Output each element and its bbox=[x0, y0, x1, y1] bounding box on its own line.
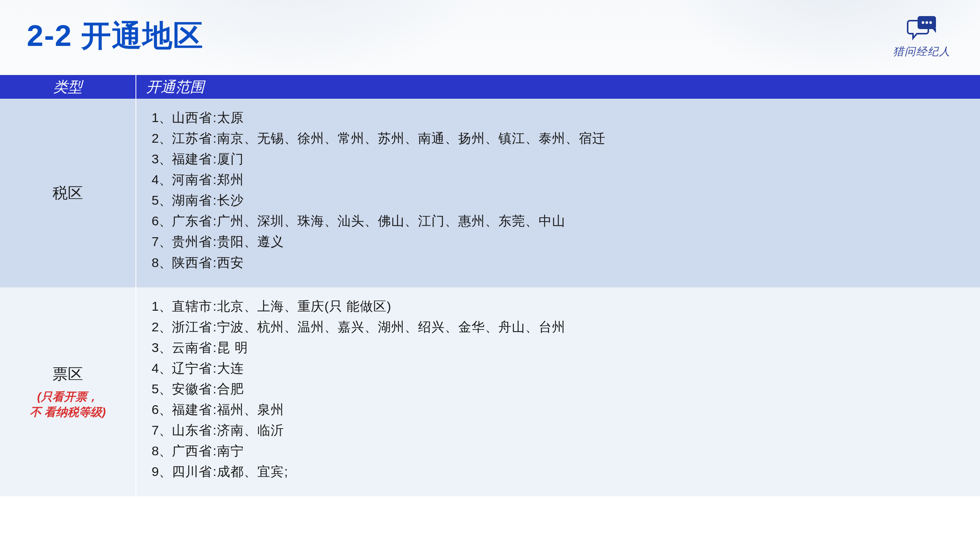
colon: : bbox=[213, 443, 216, 458]
list-item: 浙江省: 宁波、杭州、温州、嘉兴、湖州、绍兴、金华、舟山、台州 bbox=[152, 320, 965, 334]
list-item: 云南省: 昆 明 bbox=[152, 340, 965, 355]
table-header: 类型 开通范围 bbox=[0, 75, 980, 99]
list-item: 广西省: 南宁 bbox=[152, 443, 965, 458]
list-item: 安徽省: 合肥 bbox=[152, 381, 965, 396]
brand-label: 猎问经纪人 bbox=[884, 44, 960, 59]
list-item: 贵州省: 贵阳、遵义 bbox=[152, 234, 965, 249]
svg-point-3 bbox=[929, 21, 932, 24]
province-label: 直辖市 bbox=[172, 299, 212, 313]
colon: : bbox=[213, 402, 216, 417]
subnote-line: 不 看纳税等级) bbox=[30, 404, 106, 420]
cities-label: 北京、上海、重庆(只 能做区) bbox=[217, 299, 391, 313]
colon: : bbox=[213, 464, 216, 479]
province-label: 云南省 bbox=[172, 340, 212, 355]
list-item: 江苏省: 南京、无锡、徐州、常州、苏州、南通、扬州、镇江、泰州、宿迁 bbox=[152, 131, 965, 145]
province-label: 山西省 bbox=[172, 110, 212, 125]
bill-list: 直辖市: 北京、上海、重庆(只 能做区)浙江省: 宁波、杭州、温州、嘉兴、湖州、… bbox=[152, 299, 965, 479]
subnote-line: (只看开票， bbox=[30, 389, 106, 405]
list-item: 四川省: 成都、宜宾; bbox=[152, 464, 965, 479]
cities-label: 西安 bbox=[217, 255, 244, 270]
cell-scope-bill: 直辖市: 北京、上海、重庆(只 能做区)浙江省: 宁波、杭州、温州、嘉兴、湖州、… bbox=[136, 287, 980, 497]
province-label: 河南省 bbox=[172, 172, 212, 187]
table-row-bill: 票区 (只看开票， 不 看纳税等级) 直辖市: 北京、上海、重庆(只 能做区)浙… bbox=[0, 287, 980, 497]
list-item: 直辖市: 北京、上海、重庆(只 能做区) bbox=[152, 299, 965, 313]
cities-label: 厦门 bbox=[217, 152, 244, 166]
table-body: 税区 山西省: 太原江苏省: 南京、无锡、徐州、常州、苏州、南通、扬州、镇江、泰… bbox=[0, 99, 980, 496]
list-item: 广东省: 广州、深圳、珠海、汕头、佛山、江门、惠州、东莞、中山 bbox=[152, 214, 965, 228]
province-label: 四川省 bbox=[172, 464, 212, 479]
regions-table: 类型 开通范围 税区 山西省: 太原江苏省: 南京、无锡、徐州、常州、苏州、南通… bbox=[0, 75, 980, 551]
slide: 2-2 开通地区 猎问经纪人 类型 开通范围 税区 bbox=[0, 0, 980, 551]
cities-label: 南宁 bbox=[217, 443, 244, 458]
type-label: 税区 bbox=[52, 183, 83, 204]
cities-label: 大连 bbox=[217, 361, 244, 375]
province-label: 贵州省 bbox=[172, 234, 212, 249]
colon: : bbox=[213, 152, 216, 166]
colon: : bbox=[213, 320, 216, 334]
list-item: 福建省: 厦门 bbox=[152, 152, 965, 166]
province-label: 浙江省 bbox=[172, 320, 212, 334]
cell-scope-tax: 山西省: 太原江苏省: 南京、无锡、徐州、常州、苏州、南通、扬州、镇江、泰州、宿… bbox=[136, 99, 980, 287]
cities-label: 贵阳、遵义 bbox=[217, 234, 284, 249]
colon: : bbox=[213, 255, 216, 270]
province-label: 福建省 bbox=[172, 152, 212, 166]
type-subnote: (只看开票， 不 看纳税等级) bbox=[30, 389, 106, 420]
list-item: 湖南省: 长沙 bbox=[152, 193, 965, 207]
cities-label: 成都、宜宾; bbox=[217, 464, 288, 479]
table-row-tax: 税区 山西省: 太原江苏省: 南京、无锡、徐州、常州、苏州、南通、扬州、镇江、泰… bbox=[0, 99, 980, 287]
colon: : bbox=[213, 423, 216, 437]
province-label: 广西省 bbox=[172, 443, 212, 458]
list-item: 辽宁省: 大连 bbox=[152, 361, 965, 375]
th-scope: 开通范围 bbox=[136, 75, 980, 99]
cities-label: 济南、临沂 bbox=[217, 423, 284, 437]
colon: : bbox=[213, 172, 216, 187]
province-label: 山东省 bbox=[172, 423, 212, 437]
th-type: 类型 bbox=[0, 75, 136, 99]
colon: : bbox=[213, 214, 216, 228]
province-label: 福建省 bbox=[172, 402, 212, 417]
cities-label: 长沙 bbox=[217, 193, 244, 207]
province-label: 湖南省 bbox=[172, 193, 212, 207]
cell-type-tax: 税区 bbox=[0, 99, 136, 287]
list-item: 陕西省: 西安 bbox=[152, 255, 965, 270]
colon: : bbox=[213, 340, 216, 355]
cities-label: 昆 明 bbox=[217, 340, 248, 355]
province-label: 辽宁省 bbox=[172, 361, 212, 375]
list-item: 河南省: 郑州 bbox=[152, 172, 965, 187]
colon: : bbox=[213, 110, 216, 125]
colon: : bbox=[213, 381, 216, 396]
cities-label: 合肥 bbox=[217, 381, 244, 396]
list-item: 福建省: 福州、泉州 bbox=[152, 402, 965, 417]
brand-block: 猎问经纪人 bbox=[884, 14, 960, 59]
colon: : bbox=[213, 361, 216, 375]
list-item: 山东省: 济南、临沂 bbox=[152, 423, 965, 437]
svg-point-2 bbox=[926, 21, 928, 24]
chat-bubble-icon bbox=[905, 14, 938, 42]
colon: : bbox=[213, 193, 216, 207]
cities-label: 太原 bbox=[217, 110, 244, 125]
tax-list: 山西省: 太原江苏省: 南京、无锡、徐州、常州、苏州、南通、扬州、镇江、泰州、宿… bbox=[152, 110, 965, 270]
cities-label: 宁波、杭州、温州、嘉兴、湖州、绍兴、金华、舟山、台州 bbox=[217, 320, 565, 334]
page-title: 2-2 开通地区 bbox=[27, 16, 204, 56]
cities-label: 郑州 bbox=[217, 172, 244, 187]
type-label: 票区 bbox=[52, 364, 83, 385]
cities-label: 南京、无锡、徐州、常州、苏州、南通、扬州、镇江、泰州、宿迁 bbox=[217, 131, 606, 145]
cell-type-bill: 票区 (只看开票， 不 看纳税等级) bbox=[0, 287, 136, 497]
province-label: 安徽省 bbox=[172, 381, 212, 396]
province-label: 陕西省 bbox=[172, 255, 212, 270]
cities-label: 广州、深圳、珠海、汕头、佛山、江门、惠州、东莞、中山 bbox=[217, 214, 565, 228]
cities-label: 福州、泉州 bbox=[217, 402, 284, 417]
province-label: 江苏省 bbox=[172, 131, 212, 145]
colon: : bbox=[213, 234, 216, 249]
svg-point-1 bbox=[922, 21, 924, 24]
colon: : bbox=[213, 131, 216, 145]
colon: : bbox=[213, 299, 216, 313]
province-label: 广东省 bbox=[172, 214, 212, 228]
list-item: 山西省: 太原 bbox=[152, 110, 965, 125]
